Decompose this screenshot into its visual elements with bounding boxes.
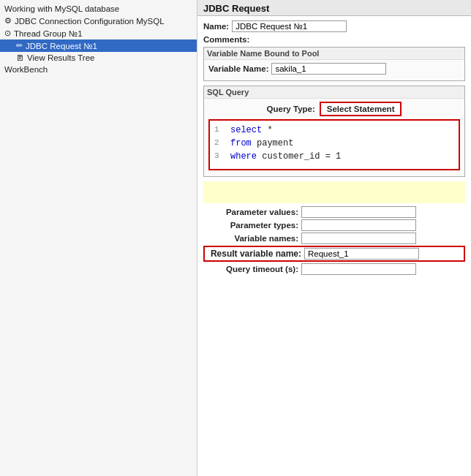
variable-name-row: Variable Name: (208, 63, 460, 75)
parameter-types-label: Parameter types: (203, 221, 298, 230)
parameter-values-label: Parameter values: (203, 208, 298, 216)
parameter-values-row: Parameter values: (203, 206, 465, 218)
parameter-values-input[interactable] (301, 206, 416, 218)
query-type-dropdown[interactable]: Select Statement (320, 102, 402, 116)
sql-line: 3where customer_id = 1 (214, 150, 454, 163)
parameter-types-input[interactable] (301, 219, 416, 231)
result-variable-label: Result variable name: (206, 249, 301, 259)
sidebar-label-jdbc-config: JDBC Connection Configuration MySQL (15, 17, 165, 26)
bottom-fields: Parameter values: Parameter types: Varia… (203, 206, 465, 275)
variable-name-input[interactable] (271, 63, 386, 75)
result-variable-input[interactable] (304, 248, 419, 260)
sidebar-item-jdbc-config[interactable]: ⚙JDBC Connection Configuration MySQL (0, 15, 197, 27)
name-row: Name: (203, 20, 465, 32)
sidebar-icon-view-results: 🖹 (16, 53, 24, 62)
query-type-label: Query Type: (267, 105, 315, 113)
spacer-area (203, 181, 465, 203)
comments-row: Comments: (203, 35, 465, 44)
sql-line-number: 1 (214, 124, 223, 136)
panel-header: JDBC Request (197, 0, 471, 16)
name-label: Name: (203, 22, 229, 31)
variable-pool-title: Variable Name Bound to Pool (204, 48, 464, 60)
sidebar-label-workbench: WorkBench (4, 65, 48, 74)
sidebar-icon-jdbc-request: ✏ (16, 41, 23, 50)
sidebar-label-thread-group: Thread Group №1 (14, 29, 83, 38)
variable-pool-section: Variable Name Bound to Pool Variable Nam… (203, 47, 465, 81)
variable-names-label: Variable names: (203, 234, 298, 243)
sql-query-section: SQL Query Query Type: Select Statement 1… (203, 86, 465, 177)
sidebar: Working with MySQL database⚙JDBC Connect… (0, 0, 197, 476)
sidebar-item-thread-group[interactable]: ⊙Thread Group №1 (0, 27, 197, 39)
comments-label: Comments: (203, 35, 249, 44)
panel-content: Name: Comments: Variable Name Bound to P… (197, 16, 471, 476)
variable-names-row: Variable names: (203, 233, 465, 244)
sidebar-label-working-mysql: Working with MySQL database (4, 4, 119, 13)
sidebar-item-working-mysql[interactable]: Working with MySQL database (0, 3, 197, 15)
sidebar-icon-thread-group: ⊙ (4, 29, 11, 38)
sql-line-number: 3 (214, 150, 223, 162)
sql-query-title: SQL Query (204, 86, 464, 99)
sidebar-label-view-results: View Results Tree (27, 53, 94, 62)
sidebar-item-jdbc-request[interactable]: ✏JDBC Request №1 (0, 39, 197, 52)
query-type-row: Query Type: Select Statement (208, 102, 460, 116)
name-input[interactable] (232, 20, 347, 32)
sql-line: 2from payment (214, 137, 454, 150)
sidebar-icon-jdbc-config: ⚙ (4, 16, 12, 26)
parameter-types-row: Parameter types: (203, 219, 465, 231)
sql-line: 1select * (214, 124, 454, 137)
variable-names-input[interactable] (301, 233, 416, 244)
result-variable-row: Result variable name: (203, 246, 465, 262)
query-timeout-label: Query timeout (s): (203, 265, 298, 273)
sql-editor[interactable]: 1select *2from payment3where customer_id… (208, 119, 460, 170)
variable-name-label: Variable Name: (208, 64, 268, 73)
sidebar-item-workbench[interactable]: WorkBench (0, 64, 197, 75)
sidebar-item-view-results[interactable]: 🖹View Results Tree (0, 52, 197, 64)
sql-line-text: where customer_id = 1 (230, 150, 341, 163)
sql-line-number: 2 (214, 137, 223, 149)
sql-line-text: select * (230, 124, 273, 137)
main-panel: JDBC Request Name: Comments: Variable Na… (197, 0, 471, 476)
query-timeout-row: Query timeout (s): (203, 263, 465, 275)
query-timeout-input[interactable] (301, 263, 416, 275)
sql-line-text: from payment (230, 137, 293, 150)
sidebar-label-jdbc-request: JDBC Request №1 (26, 42, 97, 50)
